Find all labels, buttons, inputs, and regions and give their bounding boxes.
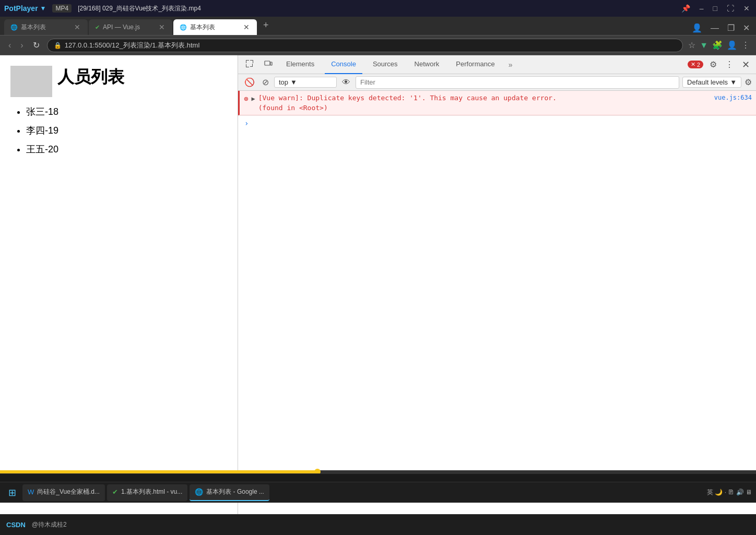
profile-btn[interactable]: 👤	[727, 40, 737, 50]
csdn-status-logo: CSDN	[6, 521, 26, 529]
taskbar-right: 英 🌙 · 🖹 🔊 🖥	[707, 488, 752, 497]
tab-3-label: 基本列表	[190, 23, 239, 32]
taskbar-item-word[interactable]: W 尚硅谷_Vue全家桶.d...	[22, 484, 105, 501]
avatar-placeholder	[10, 66, 52, 97]
console-block-btn[interactable]: ⊘	[260, 76, 271, 88]
taskbar-item-chrome[interactable]: 🌐 基本列表 - Google ...	[190, 484, 269, 501]
error-icon: ⊗	[244, 94, 248, 103]
expand-btn[interactable]: ⛶	[725, 4, 736, 13]
device-toggle-btn[interactable]	[261, 58, 276, 71]
error-count: 2	[697, 62, 700, 68]
maximize-btn[interactable]: □	[711, 4, 719, 13]
inspect-element-btn[interactable]	[242, 58, 257, 71]
list-item: 张三-18	[26, 102, 227, 121]
chrome-icon: 🌐	[195, 488, 203, 496]
dt-tab-network[interactable]: Network	[408, 55, 446, 74]
console-filter-input[interactable]	[356, 76, 679, 89]
vue-ext-icon[interactable]: ▼	[700, 41, 708, 50]
console-error-row: ⊗ ▶ [Vue warn]: Duplicate keys detected:…	[238, 91, 756, 115]
devtools-settings-btn[interactable]: ⚙	[707, 60, 719, 69]
dt-tab-elements[interactable]: Elements	[280, 55, 321, 74]
extensions-icon[interactable]: 🧩	[712, 40, 723, 50]
tab-1[interactable]: 🌐 基本列表 ✕	[4, 19, 88, 35]
taskbar-item-chrome-label: 基本列表 - Google ...	[206, 488, 264, 496]
tray-items[interactable]: 英 🌙 · 🖹 🔊 🖥	[707, 488, 752, 497]
tab-2[interactable]: ✔ API — Vue.js ✕	[89, 19, 172, 35]
tab-1-favicon: 🌐	[10, 24, 18, 31]
console-prompt-row[interactable]: ›	[238, 115, 756, 130]
tab-2-label: API — Vue.js	[103, 23, 155, 31]
profile-icon[interactable]: 👤	[690, 23, 704, 33]
bookmark-icon[interactable]: ☆	[688, 40, 695, 50]
tab-3-favicon: 🌐	[180, 24, 187, 31]
devtools-panel: Elements Console Sources Network Perform…	[238, 55, 756, 535]
tab-3[interactable]: 🌐 基本列表 ✕	[173, 19, 257, 35]
error-badge: ✕ 2	[688, 61, 703, 68]
list-item: 李四-19	[26, 121, 227, 140]
taskbar-item-vscode[interactable]: ✔ 1.基本列表.html - vu...	[107, 484, 187, 501]
main-wrapper: PotPlayer ▼ MP4 [29/168] 029_尚硅谷Vue技术_列表…	[0, 0, 756, 535]
menu-btn[interactable]: ⋮	[741, 40, 750, 50]
console-output: ⊗ ▶ [Vue warn]: Duplicate keys detected:…	[238, 91, 756, 535]
title-bar-title: [29/168] 029_尚硅谷Vue技术_列表渲染.mp4	[78, 4, 201, 13]
console-error-link[interactable]: vue.js:634	[714, 94, 752, 101]
devtools-toolbar: Elements Console Sources Network Perform…	[238, 55, 756, 74]
tab-minimize-icon[interactable]: —	[708, 23, 721, 33]
devtools-more-btn[interactable]: ⋮	[723, 60, 736, 69]
error-expand-toggle[interactable]: ▶	[251, 95, 255, 102]
windows-start-btn[interactable]: ⊞	[4, 487, 20, 498]
address-bar: ‹ › ↻ 🔒 127.0.0.1:5500/12_列表渲染/1.基本列表.ht…	[0, 35, 756, 55]
title-bar-controls: 📌 – □ ⛶ ✕	[679, 4, 752, 13]
potplayer-logo: PotPlayer ▼	[4, 4, 46, 13]
minimize-btn[interactable]: –	[698, 4, 706, 13]
close-btn[interactable]: ✕	[741, 4, 752, 13]
devtools-close-btn[interactable]: ✕	[740, 59, 752, 70]
pin-btn[interactable]: 📌	[679, 4, 692, 13]
console-prompt-arrow: ›	[244, 119, 249, 127]
new-tab-btn[interactable]: +	[258, 17, 274, 35]
person-list: 张三-18 李四-19 王五-20	[10, 102, 227, 159]
console-error-text: [Vue warn]: Duplicate keys detected: '1'…	[258, 94, 557, 102]
dt-tab-console[interactable]: Console	[325, 55, 362, 74]
taskbar: ⊞ W 尚硅谷_Vue全家桶.d... ✔ 1.基本列表.html - vu..…	[0, 482, 756, 503]
context-dropdown-icon: ▼	[290, 78, 297, 86]
word-icon: W	[28, 488, 34, 496]
lock-icon: 🔒	[54, 42, 62, 49]
format-tag: MP4	[52, 4, 72, 13]
author-status: @待木成桂2	[32, 520, 67, 529]
tray-text: 英 🌙 · 🖹 🔊 🖥	[707, 488, 752, 497]
browser-area: 🌐 基本列表 ✕ ✔ API — Vue.js ✕ 🌐 基本列表 ✕ + 👤 —…	[0, 17, 756, 535]
tab-2-favicon: ✔	[95, 24, 100, 31]
console-bar: 🚫 ⊘ top ▼ 👁 Default levels ▼ ⚙	[238, 74, 756, 91]
tab-2-close[interactable]: ✕	[158, 23, 166, 31]
tab-actions: 👤 — ❐ ✕	[690, 23, 752, 35]
svg-rect-1	[270, 62, 272, 65]
dt-tab-more[interactable]: »	[505, 61, 516, 69]
back-btn[interactable]: ‹	[6, 40, 13, 51]
page-content: 人员列表 张三-18 李四-19 王五-20	[0, 55, 238, 535]
console-clear-btn[interactable]: 🚫	[242, 76, 257, 88]
forward-btn[interactable]: ›	[18, 40, 25, 51]
levels-dropdown-icon: ▼	[730, 78, 737, 86]
console-gear-btn[interactable]: ⚙	[745, 77, 752, 87]
context-select[interactable]: top ▼	[274, 77, 337, 88]
address-actions: ☆ ▼ 🧩 👤 ⋮	[688, 40, 750, 50]
console-error-content: [Vue warn]: Duplicate keys detected: '1'…	[258, 94, 752, 115]
reload-btn[interactable]: ↻	[31, 39, 42, 51]
url-text: 127.0.0.1:5500/12_列表渲染/1.基本列表.html	[65, 41, 677, 50]
vscode-icon: ✔	[112, 488, 118, 496]
context-label: top	[279, 78, 288, 86]
tab-3-close[interactable]: ✕	[242, 23, 251, 31]
tab-close-icon[interactable]: ✕	[741, 23, 752, 33]
tab-restore-icon[interactable]: ❐	[725, 23, 737, 33]
tab-1-close[interactable]: ✕	[73, 23, 81, 31]
title-bar: PotPlayer ▼ MP4 [29/168] 029_尚硅谷Vue技术_列表…	[0, 0, 756, 17]
tab-bar: 🌐 基本列表 ✕ ✔ API — Vue.js ✕ 🌐 基本列表 ✕ + 👤 —…	[0, 17, 756, 35]
dt-tab-sources[interactable]: Sources	[367, 55, 404, 74]
console-eye-btn[interactable]: 👁	[340, 77, 352, 88]
dt-tab-performance[interactable]: Performance	[450, 55, 501, 74]
error-x-icon: ✕	[691, 61, 695, 68]
levels-dropdown[interactable]: Default levels ▼	[682, 77, 741, 88]
url-bar[interactable]: 🔒 127.0.0.1:5500/12_列表渲染/1.基本列表.html	[47, 39, 683, 52]
taskbar-item-word-label: 尚硅谷_Vue全家桶.d...	[37, 488, 100, 496]
